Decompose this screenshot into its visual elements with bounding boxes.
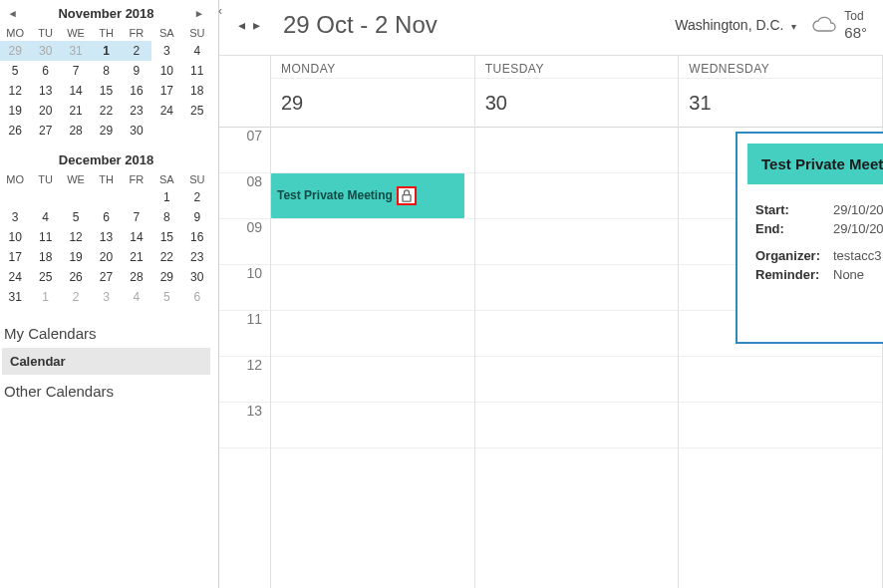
mini-day-cell[interactable]: 30 — [182, 267, 212, 287]
mini-day-cell[interactable]: 17 — [151, 81, 181, 101]
mini-day-cell[interactable]: 1 — [151, 187, 181, 207]
mini-day-cell[interactable] — [122, 187, 151, 207]
mini-day-cell[interactable]: 20 — [91, 247, 121, 267]
mini-day-cell[interactable]: 15 — [151, 227, 181, 247]
mini-day-cell[interactable] — [0, 187, 30, 207]
mini-day-cell[interactable]: 24 — [0, 267, 30, 287]
mini-day-cell[interactable]: 7 — [122, 207, 151, 227]
mini-day-cell[interactable]: 26 — [0, 121, 30, 141]
mini-day-cell[interactable]: 23 — [122, 101, 151, 121]
mini-day-cell[interactable]: 5 — [61, 207, 91, 227]
time-slot[interactable] — [679, 357, 882, 403]
mini-day-cell[interactable]: 29 — [0, 41, 30, 61]
mini-day-cell[interactable]: 14 — [61, 81, 91, 101]
mini-day-cell[interactable]: 9 — [182, 207, 212, 227]
mini-day-cell[interactable]: 2 — [122, 41, 151, 61]
calendar-item[interactable]: Calendar — [2, 348, 210, 375]
mini-day-cell[interactable] — [91, 187, 121, 207]
mini-day-cell[interactable] — [30, 187, 60, 207]
mini-day-cell[interactable]: 28 — [122, 267, 151, 287]
mini-day-cell[interactable]: 7 — [61, 61, 91, 81]
day-header[interactable]: TUESDAY 30 — [475, 56, 679, 128]
mini-day-cell[interactable]: 3 — [151, 41, 181, 61]
day-header[interactable]: WEDNESDAY 31 — [679, 56, 882, 128]
weather-widget[interactable]: Tod 68° — [810, 10, 867, 41]
mini-day-cell[interactable]: 8 — [151, 207, 181, 227]
mini-day-cell[interactable]: 16 — [122, 81, 151, 101]
mini-day-cell[interactable]: 29 — [151, 267, 181, 287]
day-header[interactable]: MONDAY 29 — [271, 56, 474, 128]
mini-day-cell[interactable]: 19 — [61, 247, 91, 267]
time-slot[interactable] — [271, 219, 474, 265]
mini-day-cell[interactable]: 4 — [30, 207, 60, 227]
mini-day-cell[interactable]: 1 — [30, 287, 60, 307]
mini-day-cell[interactable] — [182, 121, 212, 141]
mini-day-cell[interactable]: 21 — [61, 101, 91, 121]
time-slot[interactable] — [475, 311, 679, 357]
time-slot[interactable] — [475, 128, 679, 173]
mini-day-cell[interactable]: 15 — [91, 81, 121, 101]
time-slot[interactable] — [475, 173, 679, 219]
time-slot[interactable] — [271, 311, 474, 357]
mini-day-cell[interactable]: 5 — [151, 287, 181, 307]
mini-day-cell[interactable]: 2 — [182, 187, 212, 207]
time-slot[interactable] — [679, 403, 882, 448]
mini-day-cell[interactable]: 27 — [30, 121, 60, 141]
mini-day-cell[interactable]: 9 — [122, 61, 151, 81]
other-calendars-header[interactable]: Other Calendars — [0, 375, 212, 406]
mini-day-cell[interactable]: 31 — [61, 41, 91, 61]
mini-day-cell[interactable]: 18 — [182, 81, 212, 101]
mini-day-cell[interactable] — [61, 187, 91, 207]
time-slot[interactable] — [475, 357, 679, 403]
time-slot[interactable] — [271, 128, 474, 173]
mini-day-cell[interactable]: 29 — [91, 121, 121, 141]
time-slot[interactable] — [475, 265, 679, 311]
mini-day-cell[interactable]: 30 — [122, 121, 151, 141]
mini-day-cell[interactable]: 14 — [122, 227, 151, 247]
mini-day-cell[interactable]: 30 — [30, 41, 60, 61]
mini-day-cell[interactable]: 19 — [0, 101, 30, 121]
mini-day-cell[interactable]: 10 — [0, 227, 30, 247]
time-slot[interactable] — [475, 219, 679, 265]
mini-day-cell[interactable]: 17 — [0, 247, 30, 267]
mini-day-cell[interactable]: 22 — [151, 247, 181, 267]
location-picker[interactable]: Washington, D.C. ▾ — [675, 17, 796, 33]
mini-day-cell[interactable]: 26 — [61, 267, 91, 287]
mini-day-cell[interactable]: 28 — [61, 121, 91, 141]
mini-day-cell[interactable]: 25 — [30, 267, 60, 287]
my-calendars-header[interactable]: My Calendars — [0, 317, 212, 348]
mini-day-cell[interactable]: 11 — [182, 61, 212, 81]
mini-prev-month-button[interactable]: ◂ — [6, 5, 20, 22]
mini-day-cell[interactable]: 22 — [91, 101, 121, 121]
mini-day-cell[interactable]: 10 — [151, 61, 181, 81]
mini-day-cell[interactable]: 16 — [182, 227, 212, 247]
mini-day-cell[interactable]: 12 — [61, 227, 91, 247]
mini-day-cell[interactable]: 13 — [91, 227, 121, 247]
mini-day-cell[interactable] — [151, 121, 181, 141]
mini-day-cell[interactable]: 23 — [182, 247, 212, 267]
mini-day-cell[interactable]: 4 — [182, 41, 212, 61]
calendar-event[interactable]: Test Private Meeting — [271, 173, 464, 218]
mini-day-cell[interactable]: 31 — [0, 287, 30, 307]
mini-day-cell[interactable]: 6 — [182, 287, 212, 307]
mini-day-cell[interactable]: 5 — [0, 61, 30, 81]
time-slot[interactable] — [271, 403, 474, 448]
mini-day-cell[interactable]: 18 — [30, 247, 60, 267]
mini-day-cell[interactable]: 20 — [30, 101, 60, 121]
mini-day-cell[interactable]: 12 — [0, 81, 30, 101]
mini-day-cell[interactable]: 1 — [91, 41, 121, 61]
mini-day-cell[interactable]: 4 — [122, 287, 151, 307]
time-slot[interactable] — [271, 265, 474, 311]
mini-day-cell[interactable]: 27 — [91, 267, 121, 287]
mini-day-cell[interactable]: 3 — [0, 207, 30, 227]
time-slot[interactable] — [271, 357, 474, 403]
mini-next-month-button[interactable]: ▸ — [192, 5, 206, 22]
time-slot[interactable]: Test Private Meeting — [271, 173, 474, 219]
mini-day-cell[interactable]: 21 — [122, 247, 151, 267]
mini-day-cell[interactable]: 11 — [30, 227, 60, 247]
mini-day-cell[interactable]: 3 — [91, 287, 121, 307]
mini-day-cell[interactable]: 25 — [182, 101, 212, 121]
mini-day-cell[interactable]: 6 — [91, 207, 121, 227]
mini-day-cell[interactable]: 8 — [91, 61, 121, 81]
mini-day-cell[interactable]: 24 — [151, 101, 181, 121]
